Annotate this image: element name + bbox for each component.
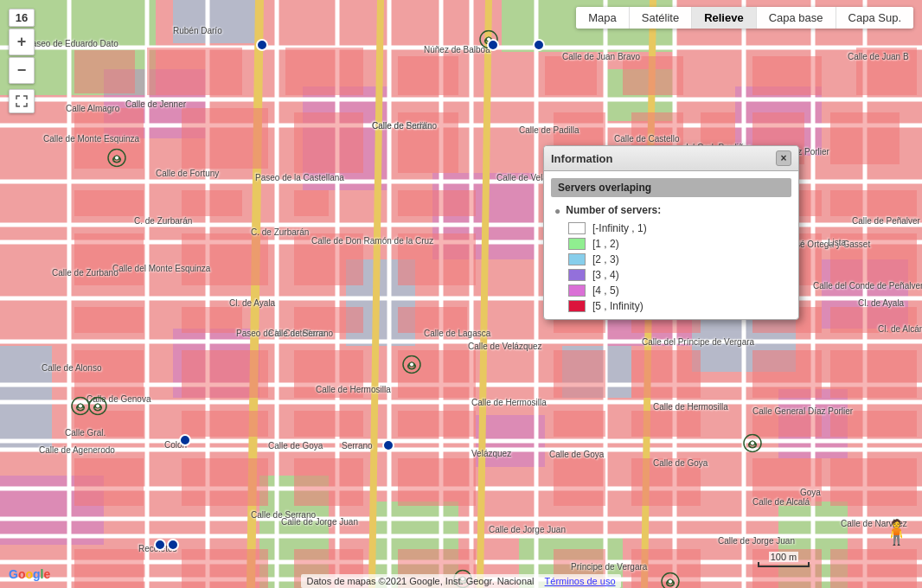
street-label: Calle de Lagasca — [424, 329, 490, 338]
street-label: Calle de Don Ramón de la Cruz — [311, 236, 433, 246]
google-letter-g: G — [9, 567, 18, 581]
street-label: Calle de Velázquez — [468, 342, 542, 351]
street-label: Calle de Agenerodo — [39, 445, 115, 455]
pegman-button[interactable]: 🧍 — [881, 518, 912, 546]
street-label: Calle de Monte Esquinza — [43, 134, 139, 144]
legend-item-0: [-Infinity , 1) — [568, 222, 791, 234]
street-label: Calle de Serrano — [251, 510, 316, 520]
info-dialog-body: Servers overlaping ● Number of servers: … — [544, 171, 798, 319]
legend-swatch-1 — [568, 238, 586, 250]
google-letter-o2: o — [25, 567, 33, 581]
google-letter-e: e — [43, 567, 50, 581]
tab-relieve[interactable]: Relieve — [692, 7, 757, 29]
metro-marker-1 — [487, 39, 499, 51]
legend-swatch-5 — [568, 300, 586, 312]
street-label: Calle de Goya — [549, 450, 604, 459]
fullscreen-button[interactable] — [9, 89, 35, 113]
legend-swatch-2 — [568, 253, 586, 265]
street-label: Calle de Castello — [614, 134, 680, 144]
street-label: Calle de Jorge Juan — [718, 536, 795, 546]
street-label: Calle de Serrano — [372, 121, 437, 131]
street-label: Calle del Monte Esquinza — [112, 264, 210, 273]
metro-marker-4 — [382, 439, 394, 451]
street-label: Calle de Fortuny — [156, 169, 219, 178]
biohazard-marker-3 — [71, 397, 90, 420]
zoom-level-display: 16 — [9, 9, 35, 27]
street-label: Príncipe de Vergara — [571, 562, 647, 572]
google-letter-g2: g — [33, 567, 41, 581]
legend-swatch-3 — [568, 269, 586, 281]
street-label: Calle de Juan Bravo — [562, 52, 640, 61]
biohazard-marker-6 — [453, 570, 472, 589]
metro-marker-2 — [533, 39, 545, 51]
svg-point-2 — [115, 157, 118, 160]
street-label: Calle de Serrano — [268, 329, 333, 338]
tab-capa-sup[interactable]: Capa Sup. — [836, 7, 913, 29]
street-label: Cl. de Ayala — [229, 298, 275, 308]
street-label: Calle de Alonso — [42, 363, 102, 373]
street-label: Calle de Hermosilla — [471, 398, 547, 407]
street-label: Lista — [828, 238, 846, 247]
street-label: Calle de Jenner — [125, 99, 186, 109]
street-label: Calle Almagro — [66, 104, 119, 113]
street-label: Calle de Zurbano — [52, 268, 118, 278]
street-label: Calle de Hermosilla — [316, 385, 391, 394]
street-label: Calle de Hermosilla — [653, 402, 728, 412]
street-label: Rubén Darío — [173, 26, 222, 35]
street-label: C. de Zurbarán — [251, 227, 309, 237]
svg-point-14 — [96, 405, 99, 408]
street-label: Paseo de la Castellana — [255, 173, 344, 182]
biohazard-marker-2 — [402, 355, 421, 379]
street-label: Calle de Goya — [268, 441, 323, 451]
svg-point-8 — [410, 363, 413, 367]
legend-item-4: [4 , 5) — [568, 284, 791, 297]
street-label: Calle General Díaz Porlier — [752, 406, 853, 416]
info-dialog-titlebar: Information × — [544, 146, 798, 171]
street-label: Calle Gral. — [65, 428, 106, 438]
info-dialog-close-button[interactable]: × — [776, 150, 791, 166]
metro-marker-3 — [179, 434, 191, 446]
map-controls: 16 + − — [9, 9, 35, 113]
scale-bar: 100 m — [758, 552, 810, 567]
street-label: Calle del Conde de Peñalver — [813, 281, 922, 291]
map-tabs: Mapa Satélite Relieve Capa base Capa Sup… — [576, 7, 913, 29]
legend-items: [-Infinity , 1)[1 , 2)[2 , 3)[3 , 4)[4 ,… — [551, 222, 791, 312]
tab-satelite[interactable]: Satélite — [630, 7, 692, 29]
info-bullet-icon: ● — [554, 205, 560, 217]
street-label: Paseo de Eduardo Dato — [26, 39, 118, 48]
street-label: Calle de Peñalver — [852, 216, 920, 226]
map-container[interactable]: 16 + − Mapa Satélite Relieve Capa base C… — [0, 0, 922, 588]
tab-capa-base[interactable]: Capa base — [757, 7, 836, 29]
info-dialog-title: Information — [551, 152, 613, 165]
biohazard-marker-0 — [107, 149, 126, 172]
scale-bar-label: 100 m — [769, 552, 799, 562]
street-label: Velázquez — [471, 449, 511, 458]
street-label: Calle de Goya — [653, 458, 708, 468]
street-label: Cl. de Alcántara — [878, 324, 922, 334]
biohazard-marker-4 — [88, 397, 107, 420]
google-logo: Google — [9, 567, 50, 581]
street-label: Goya — [800, 488, 821, 497]
info-dialog: Information × Servers overlaping ● Numbe… — [543, 145, 799, 320]
info-subtitle: Number of servers: — [566, 204, 661, 216]
legend-label-0: [-Infinity , 1) — [592, 222, 647, 234]
tab-mapa[interactable]: Mapa — [576, 7, 630, 29]
street-label: Calle de Juan B — [848, 52, 909, 61]
legend-item-3: [3 , 4) — [568, 269, 791, 281]
legend-label-4: [4 , 5) — [592, 284, 619, 297]
legend-swatch-0 — [568, 222, 586, 234]
zoom-in-button[interactable]: + — [9, 29, 35, 55]
metro-marker-0 — [256, 39, 268, 51]
scale-bar-line — [758, 562, 810, 567]
legend-swatch-4 — [568, 284, 586, 297]
legend-item-2: [2 , 3) — [568, 253, 791, 265]
street-label: Calle del Príncipe de Vergara — [642, 337, 754, 347]
zoom-out-button[interactable]: − — [9, 57, 35, 84]
street-label: Calle de Alcalá — [752, 497, 810, 507]
info-section-header: Servers overlaping — [551, 178, 791, 197]
svg-point-11 — [79, 405, 82, 408]
metro-marker-6 — [167, 539, 179, 551]
biohazard-marker-7 — [661, 572, 680, 589]
legend-label-2: [2 , 3) — [592, 253, 619, 265]
legend-label-3: [3 , 4) — [592, 269, 619, 281]
